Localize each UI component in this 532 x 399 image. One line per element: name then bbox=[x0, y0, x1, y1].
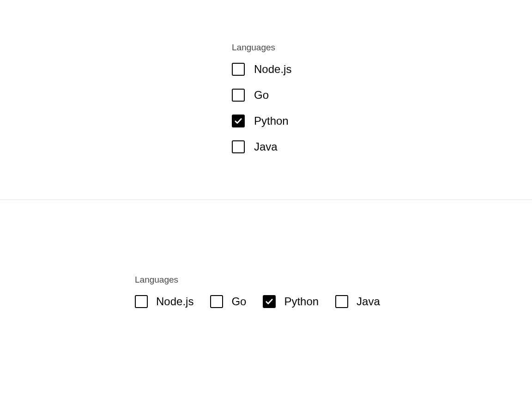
checkbox-box[interactable] bbox=[232, 63, 245, 76]
horizontal-checkbox-section: Languages Node.js Go Python Java bbox=[0, 200, 532, 399]
checkbox-box[interactable] bbox=[232, 89, 245, 102]
checkbox-go[interactable]: Go bbox=[232, 89, 532, 102]
checkbox-box[interactable] bbox=[135, 295, 148, 308]
checkbox-box[interactable] bbox=[210, 295, 223, 308]
checkbox-label: Go bbox=[254, 89, 269, 102]
checkbox-nodejs[interactable]: Node.js bbox=[232, 63, 532, 76]
checkmark-icon bbox=[265, 297, 273, 306]
checkbox-label: Java bbox=[357, 295, 380, 308]
checkbox-box[interactable] bbox=[335, 295, 348, 308]
checkbox-python[interactable]: Python bbox=[263, 295, 319, 308]
checkbox-label: Java bbox=[254, 140, 278, 153]
checkbox-box[interactable] bbox=[232, 140, 245, 153]
checkbox-label: Python bbox=[284, 295, 319, 308]
checkbox-go[interactable]: Go bbox=[210, 295, 246, 308]
checkbox-label: Python bbox=[254, 115, 289, 127]
languages-legend: Languages bbox=[135, 275, 532, 285]
checkmark-icon bbox=[234, 117, 242, 125]
vertical-checkbox-section: Languages Node.js Go Python Java bbox=[0, 0, 532, 200]
checkbox-java[interactable]: Java bbox=[335, 295, 380, 308]
checkbox-box[interactable] bbox=[232, 115, 245, 127]
checkbox-group-horizontal: Node.js Go Python Java bbox=[135, 295, 532, 308]
checkbox-label: Node.js bbox=[156, 295, 193, 308]
checkbox-label: Go bbox=[231, 295, 246, 308]
checkbox-nodejs[interactable]: Node.js bbox=[135, 295, 193, 308]
checkbox-java[interactable]: Java bbox=[232, 140, 532, 153]
checkbox-box[interactable] bbox=[263, 295, 276, 308]
checkbox-group-vertical: Node.js Go Python Java bbox=[232, 63, 532, 153]
languages-legend: Languages bbox=[232, 42, 532, 53]
checkbox-label: Node.js bbox=[254, 63, 291, 76]
checkbox-python[interactable]: Python bbox=[232, 115, 532, 127]
